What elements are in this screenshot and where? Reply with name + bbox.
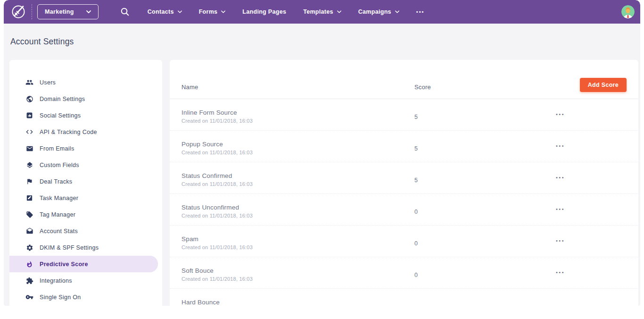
sidebar-item-task-manager[interactable]: Task Manager	[9, 190, 162, 206]
table-row[interactable]: Popup Source Created on 11/01/2018, 16:0…	[170, 131, 638, 162]
sidebar-item-custom-fields[interactable]: Custom Fields	[9, 157, 162, 173]
score-value: 5	[414, 162, 556, 184]
envelope-icon	[25, 144, 33, 152]
table-row[interactable]: Soft Bouce Created on 11/01/2018, 16:03 …	[170, 257, 638, 289]
sidebar-item-account-stats[interactable]: Account Stats	[9, 223, 162, 239]
score-name: Status Confirmed	[182, 172, 414, 179]
score-created-date: Created on 11/01/2018, 16:03	[182, 244, 414, 250]
globe-icon	[25, 95, 33, 103]
edit-note-icon	[25, 194, 33, 202]
content-area: Users Domain Settings Social Settings AP…	[9, 60, 638, 306]
user-avatar[interactable]	[621, 5, 635, 18]
sidebar-item-label: Task Manager	[40, 195, 78, 201]
score-name-cell: Inline Form Source Created on 11/01/2018…	[182, 99, 414, 124]
main-nav: Contacts Forms Landing Pages Templates C…	[148, 8, 425, 15]
sidebar-item-label: Integrations	[40, 277, 72, 284]
row-menu-icon[interactable]: •••	[556, 257, 565, 275]
social-thumb-icon	[25, 111, 33, 119]
open-envelope-icon	[25, 227, 33, 235]
nav-item-landing-pages[interactable]: Landing Pages	[242, 8, 286, 15]
nav-item-templates[interactable]: Templates	[303, 8, 341, 15]
row-menu-icon[interactable]: •••	[556, 162, 565, 180]
score-value: 0	[414, 194, 556, 215]
nav-label: Contacts	[148, 8, 174, 15]
score-created-date: Created on 11/01/2018, 16:03	[182, 150, 414, 155]
sidebar-item-dkim-spf-settings[interactable]: DKIM & SPF Settings	[9, 239, 162, 256]
sidebar-item-label: Account Stats	[40, 228, 78, 235]
score-name-cell: Popup Source Created on 11/01/2018, 16:0…	[182, 131, 414, 155]
sidebar-item-predictive-score[interactable]: Predictive Score	[9, 256, 158, 272]
chevron-down-icon	[395, 10, 399, 13]
table-row[interactable]: Spam Created on 11/01/2018, 16:03 0 •••	[170, 226, 638, 257]
table-row[interactable]: Inline Form Source Created on 11/01/2018…	[170, 99, 638, 131]
row-menu-icon[interactable]: •••	[556, 226, 565, 243]
brand-logo-icon[interactable]	[10, 3, 27, 20]
sidebar-item-domain-settings[interactable]: Domain Settings	[9, 91, 162, 107]
sidebar-item-deal-tracks[interactable]: Deal Tracks	[9, 173, 162, 190]
score-name: Soft Bouce	[182, 267, 414, 274]
score-value	[414, 289, 556, 303]
score-name-cell: Spam Created on 11/01/2018, 16:03	[182, 226, 414, 250]
row-menu-icon[interactable]: •••	[556, 194, 565, 212]
search-icon[interactable]	[120, 7, 130, 17]
row-menu-icon[interactable]: •••	[556, 131, 565, 149]
nav-label: Templates	[303, 8, 333, 15]
chevron-down-icon	[337, 10, 341, 13]
row-menu-icon[interactable]: •••	[556, 99, 565, 117]
sidebar-item-social-settings[interactable]: Social Settings	[9, 107, 162, 124]
sidebar-item-label: Predictive Score	[40, 261, 88, 268]
table-row[interactable]: Status Unconfirmed Created on 11/01/2018…	[170, 194, 638, 226]
sidebar-item-single-sign-on[interactable]: Single Sign On	[9, 289, 162, 305]
nav-item-campaigns[interactable]: Campaigns	[358, 8, 399, 15]
nav-item-forms[interactable]: Forms	[199, 8, 226, 15]
score-created-date: Created on 11/01/2018, 16:03	[182, 213, 414, 218]
sidebar-item-api-tracking-code[interactable]: API & Tracking Code	[9, 124, 162, 140]
product-switcher-button[interactable]: Marketing	[37, 4, 99, 19]
score-value: 5	[414, 99, 556, 120]
sidebar-item-label: Deal Tracks	[40, 178, 72, 185]
sidebar-item-label: Custom Fields	[40, 162, 79, 168]
score-name-cell: Status Confirmed Created on 11/01/2018, …	[182, 162, 414, 187]
column-header-score: Score	[414, 84, 556, 91]
score-name: Popup Source	[182, 141, 414, 148]
nav-label: Campaigns	[358, 8, 391, 15]
score-value: 0	[414, 257, 556, 278]
column-header-name: Name	[182, 84, 414, 91]
score-name-cell: Hard Bounce	[182, 289, 414, 306]
layers-icon	[25, 161, 33, 169]
table-row[interactable]: Hard Bounce	[170, 289, 638, 306]
score-name-cell: Status Unconfirmed Created on 11/01/2018…	[182, 194, 414, 218]
table-header: Name Score Add Score	[170, 60, 638, 99]
topbar-divider	[32, 4, 32, 19]
score-value: 5	[414, 131, 556, 152]
settings-sidebar: Users Domain Settings Social Settings AP…	[9, 60, 162, 306]
sidebar-item-label: DKIM & SPF Settings	[40, 244, 99, 251]
nav-more-button[interactable]: •••	[416, 9, 425, 15]
predictive-score-panel: Name Score Add Score Inline Form Source …	[170, 60, 638, 306]
sidebar-item-users[interactable]: Users	[9, 74, 162, 91]
score-created-date: Created on 11/01/2018, 16:03	[182, 276, 414, 282]
users-icon	[25, 78, 33, 86]
sidebar-item-from-emails[interactable]: From Emails	[9, 140, 162, 157]
table-row[interactable]: Status Confirmed Created on 11/01/2018, …	[170, 162, 638, 194]
score-name-cell: Soft Bouce Created on 11/01/2018, 16:03	[182, 257, 414, 282]
sidebar-item-label: Single Sign On	[40, 294, 81, 301]
sidebar-item-integrations[interactable]: Integrations	[9, 272, 162, 289]
sidebar-item-tag-manager[interactable]: Tag Manager	[9, 206, 162, 223]
score-name: Status Unconfirmed	[182, 204, 414, 211]
score-value: 0	[414, 226, 556, 247]
score-name: Spam	[182, 235, 414, 243]
score-created-date: Created on 11/01/2018, 16:03	[182, 181, 414, 187]
key-icon	[25, 293, 33, 301]
sidebar-item-label: Users	[40, 79, 56, 86]
nav-label: Forms	[199, 8, 218, 15]
page-title: Account Settings	[10, 37, 74, 47]
chevron-down-icon	[178, 10, 182, 13]
flame-icon	[25, 260, 33, 268]
code-icon	[25, 128, 33, 136]
nav-label: Landing Pages	[242, 8, 286, 15]
nav-item-contacts[interactable]: Contacts	[148, 8, 182, 15]
chevron-down-icon	[221, 10, 225, 13]
add-score-button[interactable]: Add Score	[580, 78, 627, 92]
sidebar-item-label: Tag Manager	[40, 211, 75, 218]
